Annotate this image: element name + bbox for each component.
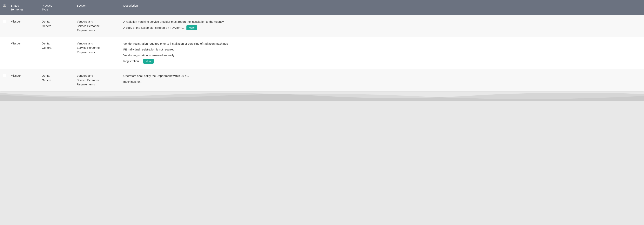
- col-header-section: Section: [75, 0, 122, 11]
- row-3-description: Operators shall notify the Department wi…: [122, 70, 644, 89]
- row-1-description: A radiation machine service provider mus…: [122, 16, 644, 35]
- main-table: State / Territories Practice Type Sectio…: [0, 0, 644, 92]
- wave-svg: [0, 91, 644, 101]
- table-header: State / Territories Practice Type Sectio…: [0, 0, 644, 15]
- row-checkbox-cell-2: [0, 38, 9, 45]
- row-1-section: Vendors and Service Personnel Requiremen…: [75, 16, 122, 36]
- row-3-practice-type: Dental General: [40, 70, 75, 86]
- row-1-desc-line-2: A copy of the assembler’s report on FDA …: [123, 26, 184, 30]
- row-2-desc-line-1: Vendor registration required prior to in…: [123, 41, 641, 46]
- row-2-desc-line-3: Vendor registration is renewed annually: [123, 53, 641, 58]
- row-1-desc-line-1: A radiation machine service provider mus…: [123, 20, 641, 24]
- scroll-shadow: [0, 91, 644, 101]
- row-3-section: Vendors and Service Personnel Requiremen…: [75, 70, 122, 90]
- select-all-checkbox[interactable]: [3, 4, 6, 7]
- row-2-practice-type: Dental General: [40, 38, 75, 54]
- row-3-checkbox[interactable]: [3, 74, 6, 77]
- col-header-state: State / Territories: [9, 0, 40, 15]
- row-2-section: Vendors and Service Personnel Requiremen…: [75, 38, 122, 58]
- col-header-practice-type: Practice Type: [40, 0, 75, 15]
- row-2-checkbox[interactable]: [3, 42, 6, 45]
- row-1-practice-type: Dental General: [40, 16, 75, 32]
- table-row: Missouri Dental General Vendors and Serv…: [0, 15, 644, 37]
- table-body: Missouri Dental General Vendors and Serv…: [0, 15, 644, 91]
- row-2-more-button[interactable]: More: [143, 59, 154, 64]
- row-2-desc-line-4: Registration...: [123, 59, 142, 64]
- row-3-desc-line-1: Operators shall notify the Department wi…: [123, 74, 641, 78]
- header-checkbox-cell: [0, 0, 9, 10]
- col-header-description: Description: [122, 0, 644, 11]
- table-row: Missouri Dental General Vendors and Serv…: [0, 37, 644, 70]
- row-2-desc-line-2: FE individual registration is not requir…: [123, 47, 641, 52]
- row-3-desc-line-2: machines, or...: [123, 80, 641, 84]
- row-1-checkbox[interactable]: [3, 20, 6, 23]
- row-3-state: Missouri: [9, 70, 40, 82]
- row-checkbox-cell-3: [0, 70, 9, 77]
- row-1-more-button[interactable]: More: [186, 25, 197, 30]
- table-row: Missouri Dental General Vendors and Serv…: [0, 69, 644, 91]
- row-1-state: Missouri: [9, 16, 40, 27]
- row-2-state: Missouri: [9, 38, 40, 49]
- row-checkbox-cell-1: [0, 16, 9, 23]
- row-2-description: Vendor registration required prior to in…: [122, 38, 644, 68]
